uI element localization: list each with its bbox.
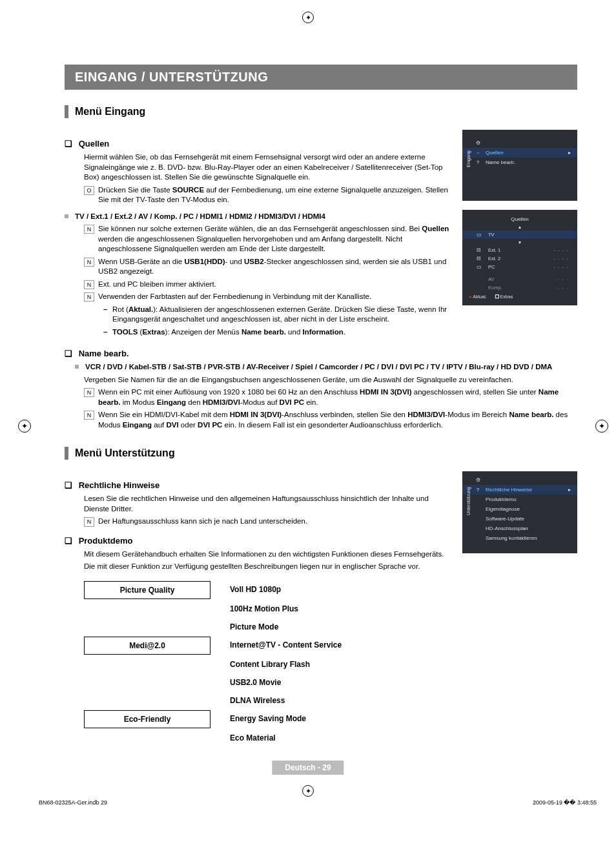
chapter-title: EINGANG / UNTERSTÜTZUNG (65, 65, 577, 90)
osd-source-row: ⊟Ext. 2- - - - (462, 254, 577, 263)
osd-nav-arrows: ▼ (462, 239, 577, 246)
text: Rot (Aktual.): Aktualisieren der angesch… (112, 305, 455, 325)
osd-item: Software-Update (462, 514, 577, 524)
section-heading-label: Menü Unterstützung (75, 447, 175, 459)
note: N Der Haftungsausschluss kann sich je na… (84, 517, 455, 527)
device-list: VCR / DVD / Kabel-STB / Sat-STB / PVR-ST… (85, 362, 552, 373)
osd-source-row: ▭PC- - - - (462, 263, 577, 271)
ext-icon: ⊟ (477, 256, 484, 261)
chevron-right-icon: ▸ (568, 487, 571, 493)
diagram-feature: 100Hz Motion Plus (230, 600, 298, 617)
osd-title: Quellen (462, 214, 577, 223)
text: Sie können nur solche externen Geräte wä… (98, 224, 455, 254)
paragraph: Die mit dieser Funktion zur Verfügung ge… (84, 562, 455, 572)
diagram-feature: Internet@TV - Content Service (230, 637, 342, 655)
note: N Wenn Sie ein HDMI/DVI-Kabel mit dem HD… (84, 410, 577, 430)
osd-source-status: - - - - (554, 256, 568, 261)
osd-item-label: Produktdemo (486, 496, 517, 502)
paragraph: Lesen Sie die rechtlichen Hinweise und d… (84, 494, 455, 514)
diagram-category: Eco-Friendly (84, 710, 210, 728)
note: N Verwenden der Farbtasten auf der Fernb… (84, 292, 455, 302)
diagram-row: Picture Quality Voll HD 1080p (84, 581, 577, 599)
osd-column: Eingang ⚙ ⎓ Quellen ▸ ? Name bearb. Q (462, 130, 577, 314)
arrow-down-icon: ▼ (516, 240, 524, 245)
osd-item-legal: ? Rechtliche Hinweise ▸ (462, 485, 577, 495)
text: Der Haftungsausschluss kann sich je nach… (98, 517, 307, 527)
heading-bar-icon (65, 105, 68, 118)
section-heading-support: Menü Unterstützung (65, 447, 577, 460)
dash-icon: – (103, 327, 112, 338)
osd-dots: ⚙ (462, 475, 577, 485)
diagram-row: Eco-Friendly Energy Saving Mode (84, 710, 577, 728)
text: Wenn Sie ein HDMI/DVI-Kabel mit dem HDMI… (98, 410, 577, 430)
diagram-row: Eco Material (84, 730, 577, 746)
note-icon: N (84, 225, 94, 234)
osd-item-label: Samsung kontaktieren (486, 535, 537, 541)
osd-footer-red: Aktual. (473, 294, 486, 299)
diagram-feature: Content Library Flash (230, 656, 310, 673)
note: N Wenn ein PC mit einer Auflösung von 19… (84, 387, 577, 407)
sub-note: – TOOLS (Extras): Anzeigen der Menüs Nam… (103, 327, 455, 338)
osd-source-name: Komp. (488, 285, 502, 291)
osd-source-name: AV (488, 276, 494, 282)
osd-nav-arrows: ▲ (462, 223, 577, 230)
diagram-feature: DLNA Wireless (230, 692, 285, 709)
question-icon: ? (474, 159, 482, 165)
osd-source-name: PC (488, 264, 495, 270)
diagram-row: USB2.0 Movie (84, 674, 577, 691)
diagram-feature: Picture Mode (230, 619, 278, 635)
square-bullet-icon: ❏ (65, 349, 72, 358)
osd-eingang-menu: Eingang ⚙ ⎓ Quellen ▸ ? Name bearb. (462, 130, 577, 201)
osd-source-status: - - - - (554, 265, 568, 269)
square-icon (65, 214, 68, 218)
osd-item: Eigendiagnose (462, 504, 577, 514)
section-heading-label: Menü Eingang (75, 106, 145, 118)
arrow-up-icon: ▲ (516, 225, 524, 229)
red-dot-icon: ● (469, 294, 471, 299)
note-icon: N (84, 411, 94, 420)
osd-item: Samsung kontaktieren (462, 533, 577, 543)
osd-item: Produktdemo (462, 495, 577, 504)
diagram-feature: Energy Saving Mode (230, 710, 306, 728)
subhead-produktdemo: ❏ Produktdemo (65, 536, 455, 546)
remote-tip: O Drücken Sie die Taste SOURCE auf der F… (84, 185, 455, 205)
note-icon: N (84, 292, 94, 302)
osd-source-name: TV (488, 232, 495, 238)
square-bullet-icon: ❏ (65, 480, 72, 490)
note: N Wenn USB-Geräte an die USB1(HDD)- und … (84, 257, 455, 277)
plug-icon: ⎓ (474, 150, 482, 156)
text: TOOLS (Extras): Anzeigen der Menüs Name … (112, 327, 345, 338)
chevron-right-icon: ▸ (568, 150, 571, 156)
osd-source-row: ▭ TV (462, 230, 577, 239)
produktdemo-diagram: Picture Quality Voll HD 1080p 100Hz Moti… (84, 581, 577, 746)
subhead-legal: ❏ Rechtliche Hinweise (65, 480, 455, 490)
note-icon: N (84, 280, 94, 289)
sub-note: – Rot (Aktual.): Aktualisieren der anges… (103, 305, 455, 325)
heading-bar-icon (65, 447, 68, 460)
osd-item-quellen: ⎓ Quellen ▸ (462, 148, 577, 158)
diagram-row: 100Hz Motion Plus (84, 600, 577, 617)
subhead-quellen: ❏ Quellen (65, 139, 455, 148)
osd-source-name: Ext. 1 (488, 247, 500, 253)
osd-item-label: Name bearb. (486, 159, 515, 165)
note-icon: N (84, 517, 94, 526)
osd-source-row: AV- - - - (462, 275, 577, 283)
osd-footer: ●Aktual. 🞐Extras (462, 292, 577, 302)
question-icon: ? (474, 487, 482, 493)
note-icon: N (84, 388, 94, 397)
text: Drücken Sie die Taste SOURCE auf der Fer… (98, 185, 455, 205)
note: N Ext. und PC bleiben immer aktiviert. (84, 280, 455, 290)
footer-filename: BN68-02325A-Ger.indb 29 (39, 799, 107, 806)
diagram-row: DLNA Wireless (84, 692, 577, 709)
print-footer-meta: BN68-02325A-Ger.indb 29 2009-05-19 �� 3:… (39, 799, 597, 806)
diagram-row: Medi@2.0 Internet@TV - Content Service (84, 637, 577, 655)
square-icon (75, 365, 79, 369)
subhead-name-bearb: ❏ Name bearb. (65, 349, 577, 358)
osd-source-row: ⊟Ext. 1- - - - (462, 246, 577, 254)
osd-footer-tools: Extras (500, 294, 513, 299)
osd-side-label: Unterstützung (466, 487, 471, 516)
subhead-label: Produktdemo (79, 536, 133, 546)
note-icon: N (84, 258, 94, 267)
ext-icon: ⊟ (477, 247, 484, 253)
osd-support-menu: Unterstützung ⚙ ? Rechtliche Hinweise ▸ … (462, 471, 577, 553)
